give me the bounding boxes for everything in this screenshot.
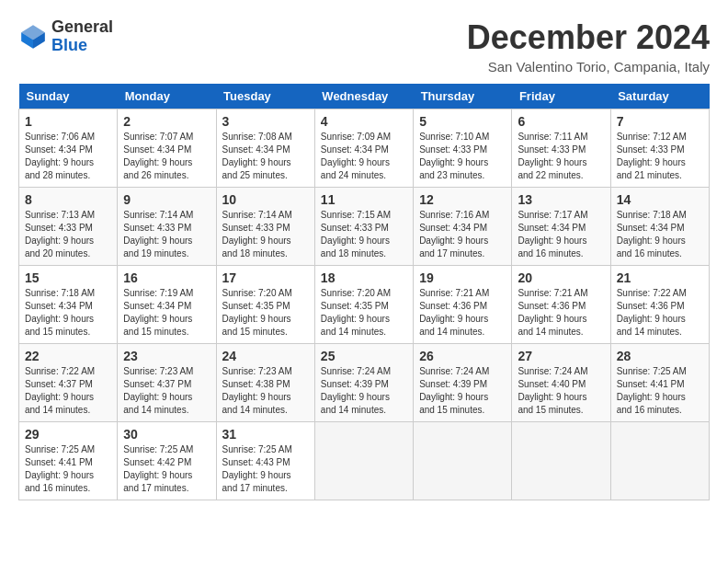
day-number: 16 (123, 270, 210, 285)
day-number: 10 (222, 192, 309, 207)
day-number: 7 (617, 114, 703, 129)
calendar-cell: 16Sunrise: 7:19 AMSunset: 4:34 PMDayligh… (118, 266, 216, 344)
cell-info: Sunrise: 7:18 AMSunset: 4:34 PMDaylight:… (25, 287, 111, 339)
day-number: 22 (25, 349, 111, 363)
cell-info: Sunrise: 7:24 AMSunset: 4:39 PMDaylight:… (419, 365, 506, 417)
calendar-cell: 23Sunrise: 7:23 AMSunset: 4:37 PMDayligh… (118, 344, 216, 422)
cell-info: Sunrise: 7:06 AMSunset: 4:34 PMDaylight:… (25, 131, 111, 182)
weekday-header: Tuesday (216, 84, 314, 109)
day-number: 31 (222, 427, 309, 442)
cell-info: Sunrise: 7:07 AMSunset: 4:34 PMDaylight:… (123, 131, 210, 182)
weekday-header: Saturday (610, 84, 709, 109)
calendar-cell: 2Sunrise: 7:07 AMSunset: 4:34 PMDaylight… (118, 109, 216, 188)
title-area: December 2024 San Valentino Torio, Campa… (467, 18, 710, 75)
cell-info: Sunrise: 7:17 AMSunset: 4:34 PMDaylight:… (518, 209, 604, 260)
cell-info: Sunrise: 7:22 AMSunset: 4:37 PMDaylight:… (25, 365, 111, 417)
cell-info: Sunrise: 7:25 AMSunset: 4:41 PMDaylight:… (25, 443, 111, 495)
day-number: 12 (419, 192, 506, 207)
calendar-cell: 28Sunrise: 7:25 AMSunset: 4:41 PMDayligh… (610, 344, 709, 422)
calendar-cell: 10Sunrise: 7:14 AMSunset: 4:33 PMDayligh… (216, 188, 314, 266)
cell-info: Sunrise: 7:18 AMSunset: 4:34 PMDaylight:… (617, 209, 703, 260)
logo-icon (18, 22, 48, 52)
weekday-header: Friday (512, 84, 610, 109)
weekday-header: Thursday (414, 84, 512, 109)
day-number: 6 (518, 114, 604, 129)
cell-info: Sunrise: 7:10 AMSunset: 4:33 PMDaylight:… (419, 131, 506, 182)
day-number: 5 (419, 114, 506, 129)
cell-info: Sunrise: 7:23 AMSunset: 4:37 PMDaylight:… (123, 365, 210, 417)
day-number: 27 (518, 349, 604, 363)
day-number: 29 (25, 427, 111, 442)
calendar-cell: 4Sunrise: 7:09 AMSunset: 4:34 PMDaylight… (314, 109, 413, 188)
calendar-cell: 3Sunrise: 7:08 AMSunset: 4:34 PMDaylight… (216, 109, 314, 188)
calendar-cell: 1Sunrise: 7:06 AMSunset: 4:34 PMDaylight… (19, 109, 118, 188)
calendar-cell: 18Sunrise: 7:20 AMSunset: 4:35 PMDayligh… (314, 266, 413, 344)
calendar-cell: 30Sunrise: 7:25 AMSunset: 4:42 PMDayligh… (118, 422, 216, 500)
calendar-week-row: 29Sunrise: 7:25 AMSunset: 4:41 PMDayligh… (19, 422, 710, 500)
calendar-cell: 24Sunrise: 7:23 AMSunset: 4:38 PMDayligh… (216, 344, 314, 422)
calendar-body: 1Sunrise: 7:06 AMSunset: 4:34 PMDaylight… (19, 109, 710, 500)
calendar-cell: 31Sunrise: 7:25 AMSunset: 4:43 PMDayligh… (216, 422, 314, 500)
logo-text: General Blue (51, 18, 113, 55)
cell-info: Sunrise: 7:24 AMSunset: 4:39 PMDaylight:… (321, 365, 407, 417)
cell-info: Sunrise: 7:24 AMSunset: 4:40 PMDaylight:… (518, 365, 604, 417)
day-number: 17 (222, 270, 309, 285)
calendar-cell: 25Sunrise: 7:24 AMSunset: 4:39 PMDayligh… (314, 344, 413, 422)
day-number: 2 (123, 114, 210, 129)
weekday-header: Sunday (19, 84, 118, 109)
calendar-cell: 21Sunrise: 7:22 AMSunset: 4:36 PMDayligh… (610, 266, 709, 344)
day-number: 3 (222, 114, 309, 129)
calendar-cell: 12Sunrise: 7:16 AMSunset: 4:34 PMDayligh… (414, 188, 512, 266)
calendar-cell: 14Sunrise: 7:18 AMSunset: 4:34 PMDayligh… (610, 188, 709, 266)
cell-info: Sunrise: 7:25 AMSunset: 4:43 PMDaylight:… (222, 443, 309, 495)
month-title: December 2024 (467, 18, 710, 57)
cell-info: Sunrise: 7:11 AMSunset: 4:33 PMDaylight:… (518, 131, 604, 182)
day-number: 20 (518, 270, 604, 285)
calendar-cell: 19Sunrise: 7:21 AMSunset: 4:36 PMDayligh… (414, 266, 512, 344)
calendar-week-row: 1Sunrise: 7:06 AMSunset: 4:34 PMDaylight… (19, 109, 710, 188)
logo: General Blue (18, 18, 113, 55)
cell-info: Sunrise: 7:21 AMSunset: 4:36 PMDaylight:… (518, 287, 604, 339)
calendar-cell: 22Sunrise: 7:22 AMSunset: 4:37 PMDayligh… (19, 344, 118, 422)
calendar-header-row: SundayMondayTuesdayWednesdayThursdayFrid… (19, 84, 710, 109)
location: San Valentino Torio, Campania, Italy (467, 59, 710, 75)
cell-info: Sunrise: 7:13 AMSunset: 4:33 PMDaylight:… (25, 209, 111, 260)
day-number: 9 (123, 192, 210, 207)
calendar-cell: 15Sunrise: 7:18 AMSunset: 4:34 PMDayligh… (19, 266, 118, 344)
calendar-week-row: 8Sunrise: 7:13 AMSunset: 4:33 PMDaylight… (19, 188, 710, 266)
cell-info: Sunrise: 7:16 AMSunset: 4:34 PMDaylight:… (419, 209, 506, 260)
calendar-cell: 11Sunrise: 7:15 AMSunset: 4:33 PMDayligh… (314, 188, 413, 266)
day-number: 26 (419, 349, 506, 363)
cell-info: Sunrise: 7:20 AMSunset: 4:35 PMDaylight:… (222, 287, 309, 339)
calendar-cell (314, 422, 413, 500)
cell-info: Sunrise: 7:15 AMSunset: 4:33 PMDaylight:… (321, 209, 407, 260)
day-number: 25 (321, 349, 407, 363)
calendar-cell: 29Sunrise: 7:25 AMSunset: 4:41 PMDayligh… (19, 422, 118, 500)
page-header: General Blue December 2024 San Valentino… (18, 18, 710, 75)
calendar-week-row: 22Sunrise: 7:22 AMSunset: 4:37 PMDayligh… (19, 344, 710, 422)
calendar-cell (610, 422, 709, 500)
day-number: 15 (25, 270, 111, 285)
day-number: 1 (25, 114, 111, 129)
cell-info: Sunrise: 7:19 AMSunset: 4:34 PMDaylight:… (123, 287, 210, 339)
cell-info: Sunrise: 7:23 AMSunset: 4:38 PMDaylight:… (222, 365, 309, 417)
cell-info: Sunrise: 7:20 AMSunset: 4:35 PMDaylight:… (321, 287, 407, 339)
day-number: 11 (321, 192, 407, 207)
cell-info: Sunrise: 7:21 AMSunset: 4:36 PMDaylight:… (419, 287, 506, 339)
cell-info: Sunrise: 7:09 AMSunset: 4:34 PMDaylight:… (321, 131, 407, 182)
calendar-cell: 27Sunrise: 7:24 AMSunset: 4:40 PMDayligh… (512, 344, 610, 422)
calendar-cell: 17Sunrise: 7:20 AMSunset: 4:35 PMDayligh… (216, 266, 314, 344)
weekday-header: Monday (118, 84, 216, 109)
day-number: 21 (617, 270, 703, 285)
day-number: 28 (617, 349, 703, 363)
day-number: 30 (123, 427, 210, 442)
calendar-cell (414, 422, 512, 500)
cell-info: Sunrise: 7:08 AMSunset: 4:34 PMDaylight:… (222, 131, 309, 182)
calendar-cell: 8Sunrise: 7:13 AMSunset: 4:33 PMDaylight… (19, 188, 118, 266)
weekday-header: Wednesday (314, 84, 413, 109)
day-number: 24 (222, 349, 309, 363)
day-number: 8 (25, 192, 111, 207)
day-number: 14 (617, 192, 703, 207)
day-number: 18 (321, 270, 407, 285)
calendar-cell: 5Sunrise: 7:10 AMSunset: 4:33 PMDaylight… (414, 109, 512, 188)
